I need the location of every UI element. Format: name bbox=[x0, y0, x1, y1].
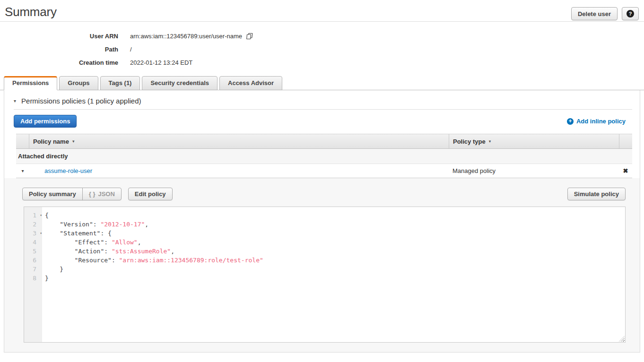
tab-tags-1[interactable]: Tags (1) bbox=[100, 76, 140, 90]
json-view-button[interactable]: { } JSON bbox=[82, 188, 122, 200]
section-divider bbox=[14, 109, 632, 110]
policy-type-cell: Managed policy bbox=[449, 164, 619, 178]
policy-name-column-header[interactable]: Policy name ▾ bbox=[29, 134, 449, 148]
json-plain-text: , bbox=[171, 248, 174, 255]
editor-code-line: "Resource": "arn:aws:iam::123456789:role… bbox=[45, 256, 625, 265]
user-details: User ARNarn:aws:iam::123456789:user/user… bbox=[0, 29, 644, 69]
plus-circle-icon: + bbox=[567, 118, 574, 125]
editor-line-number: 1▾ bbox=[24, 211, 42, 220]
header-actions: Delete user ? bbox=[571, 5, 639, 20]
editor-line-number: 7 bbox=[24, 265, 42, 274]
json-plain-text: "Effect": bbox=[45, 239, 112, 246]
sort-caret-icon: ▾ bbox=[72, 139, 75, 144]
add-inline-policy-link[interactable]: + Add inline policy bbox=[567, 118, 626, 125]
editor-line-number: 4 bbox=[24, 238, 42, 247]
collapse-caret-icon: ▾ bbox=[14, 98, 16, 103]
json-plain-text: } bbox=[45, 275, 49, 282]
remove-policy-icon[interactable]: ✖ bbox=[623, 167, 628, 174]
editor-code-line: "Action": "sts:AssumeRole", bbox=[45, 247, 625, 256]
policy-view-button-group: Policy summary { } JSON bbox=[22, 188, 122, 200]
detail-value: / bbox=[130, 46, 132, 53]
policy-name-cell: assume-role-user bbox=[29, 164, 449, 178]
json-plain-text: } bbox=[45, 266, 63, 273]
policy-type-column-header[interactable]: Policy type ▾ bbox=[449, 134, 619, 148]
detail-value: arn:aws:iam::123456789:user/user-name bbox=[130, 33, 242, 40]
copy-icon[interactable] bbox=[246, 33, 253, 40]
editor-code-line: "Statement": { bbox=[45, 229, 625, 238]
tab-bar: PermissionsGroupsTags (1)Security creden… bbox=[0, 76, 644, 90]
page-title: Summary bbox=[5, 5, 57, 19]
policy-actions-row: Add permissions + Add inline policy bbox=[14, 115, 626, 128]
detail-value: 2022-01-12 13:24 EDT bbox=[130, 59, 192, 66]
editor-line-number: 6 bbox=[24, 256, 42, 265]
tab-access-advisor[interactable]: Access Advisor bbox=[219, 76, 282, 90]
policy-detail-toolbar: Policy summary { } JSON Edit policy Simu… bbox=[22, 188, 626, 200]
editor-code-line: } bbox=[45, 265, 625, 274]
page-header: Summary Delete user ? bbox=[0, 0, 644, 22]
user-detail-row: Creation time2022-01-12 13:24 EDT bbox=[0, 56, 644, 69]
policy-json-editor[interactable]: 1▾23▾45678 { "Version": "2012-10-17", "S… bbox=[24, 207, 626, 343]
json-plain-text: "Resource": bbox=[45, 257, 119, 264]
editor-line-number: 5 bbox=[24, 247, 42, 256]
policy-name-link[interactable]: assume-role-user bbox=[44, 167, 92, 174]
editor-code-line: "Version": "2012-10-17", bbox=[45, 220, 625, 229]
add-inline-policy-label: Add inline policy bbox=[576, 118, 626, 125]
tab-permissions[interactable]: Permissions bbox=[4, 76, 57, 90]
policy-type-header-label: Policy type bbox=[453, 138, 486, 145]
json-plain-text: , bbox=[138, 239, 141, 246]
policy-table-header: Policy name ▾ Policy type ▾ bbox=[16, 134, 632, 149]
policy-view-switcher: Policy summary { } JSON Edit policy bbox=[22, 188, 173, 200]
simulate-policy-button[interactable]: Simulate policy bbox=[567, 188, 626, 200]
editor-line-number: 3▾ bbox=[24, 229, 42, 238]
user-detail-row: User ARNarn:aws:iam::123456789:user/user… bbox=[0, 29, 644, 43]
fold-caret-icon[interactable]: ▾ bbox=[40, 229, 42, 238]
policy-table: Policy name ▾ Policy type ▾ Attached dir… bbox=[16, 134, 632, 178]
detail-label: Creation time bbox=[0, 59, 118, 66]
expand-caret-icon[interactable]: ▾ bbox=[21, 168, 24, 173]
sort-caret-icon: ▾ bbox=[489, 139, 491, 144]
json-button-label: JSON bbox=[98, 190, 114, 198]
json-string-value: "Allow" bbox=[112, 239, 138, 246]
editor-code-area[interactable]: { "Version": "2012-10-17", "Statement": … bbox=[42, 207, 625, 342]
editor-code-line: "Effect": "Allow", bbox=[45, 238, 625, 247]
tab-groups[interactable]: Groups bbox=[59, 76, 98, 90]
help-button[interactable]: ? bbox=[622, 7, 639, 20]
json-string-value: "arn:aws:iam::123456789:role/test-role" bbox=[119, 257, 263, 264]
json-plain-text: , bbox=[145, 221, 148, 228]
permissions-policies-section-header[interactable]: ▾ Permissions policies (1 policy applied… bbox=[4, 97, 640, 105]
json-string-value: "2012-10-17" bbox=[100, 221, 145, 228]
json-plain-text: "Version": bbox=[45, 221, 100, 228]
editor-line-number: 2 bbox=[24, 220, 42, 229]
row-expand-cell: ▾ bbox=[16, 164, 29, 178]
json-plain-text: "Statement": { bbox=[45, 230, 112, 237]
row-actions-cell: ✖ bbox=[619, 164, 632, 178]
editor-code-line: { bbox=[45, 211, 625, 220]
json-plain-text: { bbox=[45, 212, 49, 219]
detail-label: Path bbox=[0, 46, 118, 53]
permissions-tab-panel: ▾ Permissions policies (1 policy applied… bbox=[4, 90, 640, 353]
add-permissions-button[interactable]: Add permissions bbox=[14, 115, 77, 128]
detail-label: User ARN bbox=[0, 33, 118, 40]
json-string-value: "sts:AssumeRole" bbox=[112, 248, 171, 255]
braces-icon: { } bbox=[89, 190, 96, 198]
attached-directly-group-row: Attached directly bbox=[16, 149, 632, 164]
editor-line-number: 8 bbox=[24, 274, 42, 283]
fold-caret-icon[interactable]: ▾ bbox=[40, 211, 42, 220]
policy-rows: ▾assume-role-userManaged policy✖ bbox=[16, 164, 632, 178]
delete-user-button[interactable]: Delete user bbox=[571, 7, 618, 20]
expanded-policy-detail: Policy summary { } JSON Edit policy Simu… bbox=[4, 178, 640, 352]
user-detail-row: Path/ bbox=[0, 43, 644, 56]
policy-summary-button[interactable]: Policy summary bbox=[22, 188, 83, 200]
policy-name-header-label: Policy name bbox=[33, 138, 69, 145]
editor-code-line: } bbox=[45, 274, 625, 283]
expand-column-header bbox=[16, 134, 29, 148]
policy-table-row: ▾assume-role-userManaged policy✖ bbox=[16, 164, 632, 178]
actions-column-header bbox=[619, 134, 632, 148]
json-plain-text: "Action": bbox=[45, 248, 112, 255]
section-title: Permissions policies (1 policy applied) bbox=[21, 97, 141, 105]
edit-policy-button[interactable]: Edit policy bbox=[128, 188, 173, 200]
help-icon: ? bbox=[627, 10, 634, 17]
editor-line-number-gutter: 1▾23▾45678 bbox=[24, 207, 42, 342]
tab-security-credentials[interactable]: Security credentials bbox=[142, 76, 218, 90]
